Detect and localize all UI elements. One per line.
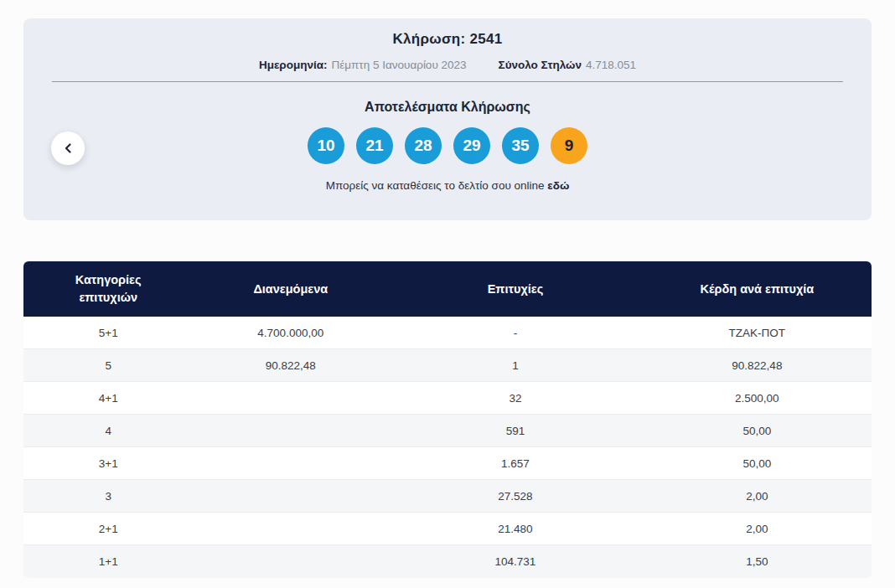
- results-table: Κατηγορίες επιτυχιών Διανεμόμενα Επιτυχί…: [23, 261, 872, 578]
- draw-title: Κλήρωση: 2541: [23, 18, 872, 48]
- column-header-category: Κατηγορίες επιτυχιών: [23, 261, 193, 317]
- cell-winners: 1: [388, 349, 643, 382]
- table-row: 4+1 32 2.500,00: [23, 382, 872, 415]
- cell-winnings: ΤΖΑΚ-ΠΟΤ: [643, 317, 872, 349]
- table-row: 5 90.822,48 1 90.822,48: [23, 349, 872, 382]
- cell-winners: 27.528: [388, 480, 643, 513]
- cell-category: 4: [23, 415, 193, 447]
- number-ball: 29: [453, 127, 490, 164]
- cell-distributed: [193, 382, 388, 415]
- cell-category: 4+1: [23, 382, 193, 415]
- cell-winners: 32: [388, 382, 643, 415]
- cell-distributed: [193, 480, 388, 513]
- cell-winnings: 2,00: [643, 513, 872, 545]
- draw-summary-panel: Κλήρωση: 2541 Ημερομηνία:Πέμπτη 5 Ιανουα…: [23, 18, 872, 220]
- cell-distributed: [193, 513, 388, 545]
- cell-category: 3: [23, 480, 193, 513]
- panel-divider: [52, 81, 843, 82]
- winning-numbers: 10 21 28 29 35 9: [23, 127, 872, 164]
- draw-date-label: Ημερομηνία:: [259, 59, 328, 71]
- cell-winners: 104.731: [388, 545, 643, 578]
- cell-winners: -: [388, 317, 643, 349]
- cell-category: 1+1: [23, 545, 193, 578]
- number-ball: 35: [502, 127, 539, 164]
- table-row: 3 27.528 2,00: [23, 480, 872, 513]
- cell-category: 5: [23, 349, 193, 382]
- draw-date: Ημερομηνία:Πέμπτη 5 Ιανουαρίου 2023: [259, 59, 467, 71]
- table-row: 1+1 104.731 1,50: [23, 545, 872, 578]
- column-header-winners: Επιτυχίες: [388, 261, 643, 317]
- number-ball: 21: [356, 127, 393, 164]
- online-submit-line: Μπορείς να καταθέσεις το δελτίο σου onli…: [23, 179, 872, 192]
- cell-winnings: 1,50: [643, 545, 872, 578]
- cell-category: 3+1: [23, 447, 193, 480]
- bonus-number-ball: 9: [551, 127, 587, 164]
- column-header-distributed: Διανεμόμενα: [193, 261, 388, 317]
- table-header-row: Κατηγορίες επιτυχιών Διανεμόμενα Επιτυχί…: [23, 261, 872, 317]
- results-title: Αποτελέσματα Κλήρωσης: [23, 100, 872, 115]
- cell-winnings: 2,00: [643, 480, 872, 513]
- cell-distributed: 4.700.000,00: [193, 317, 388, 349]
- cell-winners: 591: [388, 415, 643, 447]
- cell-distributed: 90.822,48: [193, 349, 388, 382]
- column-header-winnings: Κέρδη ανά επιτυχία: [643, 261, 872, 317]
- cell-category: 5+1: [23, 317, 193, 349]
- table-row: 5+1 4.700.000,00 - ΤΖΑΚ-ΠΟΤ: [23, 317, 872, 349]
- cell-distributed: [193, 447, 388, 480]
- cell-winnings: 50,00: [643, 415, 872, 447]
- draw-meta-row: Ημερομηνία:Πέμπτη 5 Ιανουαρίου 2023 Σύνο…: [23, 59, 872, 71]
- chevron-left-icon: [64, 143, 73, 153]
- cell-winnings: 50,00: [643, 447, 872, 480]
- results-table-container: Κατηγορίες επιτυχιών Διανεμόμενα Επιτυχί…: [23, 261, 872, 578]
- previous-draw-button[interactable]: [51, 132, 85, 165]
- table-row: 3+1 1.657 50,00: [23, 447, 872, 480]
- table-row: 4 591 50,00: [23, 415, 872, 447]
- number-ball: 28: [405, 127, 442, 164]
- table-row: 2+1 21.480 2,00: [23, 513, 872, 545]
- online-submit-text: Μπορείς να καταθέσεις το δελτίο σου onli…: [326, 179, 545, 192]
- cell-distributed: [193, 545, 388, 578]
- cell-category: 2+1: [23, 513, 193, 545]
- cell-winners: 21.480: [388, 513, 643, 545]
- cell-winnings: 90.822,48: [643, 349, 872, 382]
- number-ball: 10: [308, 127, 344, 164]
- total-columns-value: 4.718.051: [586, 59, 636, 71]
- cell-distributed: [193, 415, 388, 447]
- total-columns: Σύνολο Στηλών4.718.051: [499, 59, 637, 71]
- draw-date-value: Πέμπτη 5 Ιανουαρίου 2023: [331, 59, 466, 71]
- online-submit-link[interactable]: εδώ: [547, 179, 569, 192]
- total-columns-label: Σύνολο Στηλών: [499, 59, 582, 71]
- cell-winnings: 2.500,00: [643, 382, 872, 415]
- cell-winners: 1.657: [388, 447, 643, 480]
